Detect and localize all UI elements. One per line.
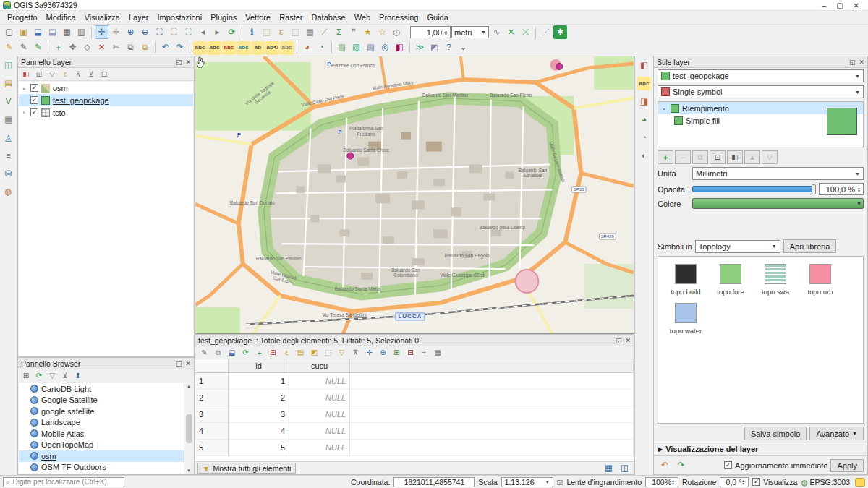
new-project-icon[interactable]: ▢ [2,25,16,39]
open-layer-styling-icon[interactable]: ◧ [20,69,32,80]
units-combo[interactable]: metri ▼ [451,26,489,38]
lock-scale-icon[interactable]: ⊡ [557,478,563,487]
python-console-icon[interactable]: ≫ [413,41,427,55]
zoom-out-icon[interactable]: ⊖ [138,25,152,39]
menu-web[interactable]: Web [350,12,375,23]
zoom-to-layer-icon[interactable]: ⛶ [182,25,195,39]
table-row[interactable]: 33NULL [195,406,634,423]
spin-arrows-icon[interactable]: ▲▼ [444,30,448,35]
layout-manager-icon[interactable]: ▥ [75,25,88,39]
paste-features-icon[interactable]: ⧉ [138,41,152,55]
unit-combo[interactable]: Millimetri ▼ [692,167,864,180]
statistics-sum-icon[interactable]: Σ [332,25,346,39]
column-header-cucu[interactable]: cucu [289,359,350,373]
row-number[interactable]: 2 [195,390,229,406]
locator-search-input[interactable]: ⌕ Digita per localizzare (Ctrl+K) [3,477,124,487]
symbol-topo-urb[interactable]: topo urb [801,264,839,296]
plugin-manager-icon[interactable]: ◩ [427,41,441,55]
crs-status-button[interactable]: ◍ EPSG:3003 [801,478,850,487]
temporal-controller-icon[interactable]: ◷ [390,25,404,39]
symbol-type-combo[interactable]: Single symbol ▼ [658,85,864,98]
browser-item-mobile-atlas[interactable]: Mobile Atlas [19,428,184,440]
browser-panel-icon[interactable]: ◫ [1,59,15,72]
layer-visibility-checkbox[interactable]: ✓ [30,96,38,104]
cell-id[interactable]: 4 [229,423,289,440]
symbol-topo-water[interactable]: topo water [667,303,705,335]
copy-features-icon[interactable]: ⧉ [124,41,137,55]
menu-visualizza[interactable]: Visualizza [80,12,124,23]
symbol-add-icon[interactable]: ＋ [658,150,673,164]
menu-raster[interactable]: Raster [275,12,307,23]
attr-filter-icon[interactable]: ▽ [336,347,348,359]
new-bookmark-icon[interactable]: ★ [361,25,375,39]
show-bookmarks-icon[interactable]: ☆ [375,25,389,39]
save-edits-icon[interactable]: ✎ [31,41,45,55]
rotation-spinbox[interactable]: 0,0 ° ▲▼ [720,477,749,487]
close-button[interactable]: ✕ [854,1,859,9]
measure-icon[interactable]: ⟋ [318,25,331,39]
zoom-full-icon[interactable]: ⛶ [153,25,166,39]
color-button[interactable]: ▼ [692,198,864,209]
attr-select-all-icon[interactable]: ▤ [294,347,307,359]
symbol-topo-fore[interactable]: topo fore [712,264,749,296]
symbol-remove-icon[interactable]: － [675,150,691,164]
add-group-icon[interactable]: ⊞ [33,69,45,80]
label-change-icon[interactable]: abc [280,41,294,55]
table-row[interactable]: 55NULL [195,440,634,456]
cell-id[interactable]: 5 [229,440,289,456]
attr-toggle-editing-icon[interactable]: ✎ [198,347,210,359]
toggle-editing-icon[interactable]: ✎ [17,41,30,55]
attr-add-feature-icon[interactable]: ＋ [253,347,265,359]
symbol-duplicate-icon[interactable]: ⧉ [692,150,708,164]
float-panel-icon[interactable]: ◱ [176,59,182,66]
label-move-icon[interactable]: ab [251,41,265,55]
cell-cucu[interactable]: NULL [289,423,350,440]
cut-features-icon[interactable]: ✄ [109,41,123,55]
cell-id[interactable]: 1 [229,373,289,390]
row-number[interactable]: 1 [195,373,229,390]
cell-cucu[interactable]: NULL [289,406,350,423]
symbol-color-icon[interactable]: ◧ [727,150,743,164]
magnifier-spinbox[interactable]: 100% ▲▼ [645,477,678,487]
attr-select-expression-icon[interactable]: ε [281,347,293,359]
browser-item-osm[interactable]: osm [19,450,184,462]
deselect-features-icon[interactable]: ⬚ [289,25,302,39]
layer-item-test_geopckage[interactable]: ✓test_geopckage [19,94,193,106]
close-panel-icon[interactable]: ✕ [185,59,191,66]
new-virtual-layer-icon[interactable]: ▧ [364,41,378,55]
table-row[interactable]: 11NULL [195,373,634,390]
browser-properties-icon[interactable]: ℹ [72,370,84,382]
browser-item-google-satellite[interactable]: google satellite [19,406,184,417]
undo-icon[interactable]: ↶ [158,41,172,55]
table-view-icon[interactable]: ▦ [602,461,616,475]
scale-combo[interactable]: 1:13.126 ▼ [501,477,553,487]
add-feature-icon[interactable]: ＋ [51,41,65,55]
expander-icon[interactable]: › [20,109,27,116]
attr-reload-icon[interactable]: ⟳ [239,347,252,359]
layer-diagram-icon[interactable]: ◕ [300,41,314,55]
layer-item-osm[interactable]: ⌄✓osm [19,82,193,94]
row-number[interactable]: 4 [195,423,229,440]
menu-layer[interactable]: Layer [124,12,153,23]
redo-style-icon[interactable]: ↷ [674,458,688,472]
float-panel-icon[interactable]: ◱ [176,360,182,367]
undo-style-icon[interactable]: ↶ [658,458,671,472]
cell-id[interactable]: 3 [229,406,289,423]
history-icon[interactable]: ◔ [637,131,651,145]
identify-features-icon[interactable]: ℹ [245,25,259,39]
browser-filter-icon[interactable]: ▽ [46,370,58,382]
show-all-features-button[interactable]: ▼ Mostra tutti gli elementi [197,463,296,474]
attr-save-edits-icon[interactable]: ⬓ [226,347,238,359]
add-mesh-layer-icon[interactable]: ◬ [1,131,15,145]
attr-move-selection-top-icon[interactable]: ⊼ [349,347,362,359]
layer-visibility-checkbox[interactable]: ✓ [30,84,38,92]
zoom-last-icon[interactable]: ◂ [196,25,210,39]
add-delimited-text-icon[interactable]: ≡ [1,149,15,163]
remove-layer-icon[interactable]: ⊟ [98,69,110,80]
collapse-all-icon[interactable]: ⊻ [85,69,97,80]
layer-rendering-section[interactable]: ▶ Visualizzazione del layer [654,442,867,455]
topological-editing-icon[interactable]: ✕ [504,25,518,39]
select-by-expression-icon[interactable]: ε [274,25,288,39]
symbol-library-grid[interactable]: topo buildtopo foretopo swatopo urbtopo … [658,256,864,424]
scroll-down-icon[interactable]: ▼ [187,468,191,473]
